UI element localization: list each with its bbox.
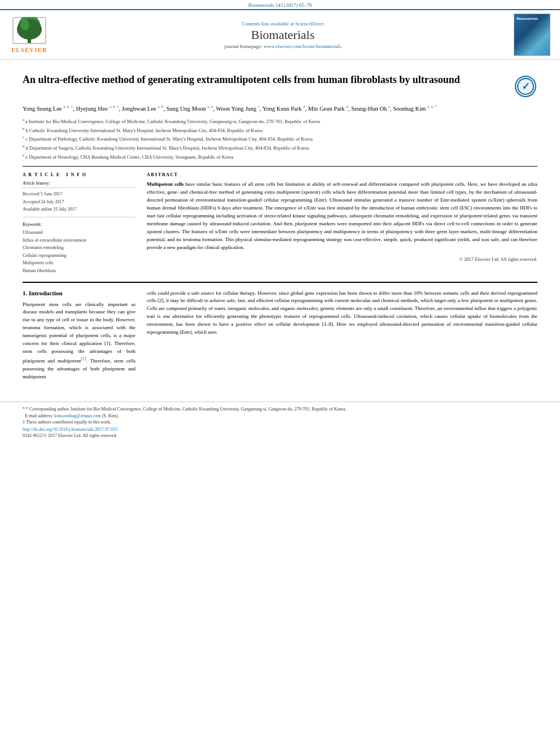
main-content: An ultra-effective method of generating … — [0, 60, 560, 392]
journal-homepage: journal homepage: www.elsevier.com/locat… — [58, 43, 508, 49]
keywords-label: Keywords: — [23, 222, 135, 227]
biomaterials-cover-image: Biomaterials — [514, 14, 550, 56]
keyword-6: Human fibroblasts — [23, 267, 135, 275]
journal-reference: Biomaterials 143 (2017) 65–78 — [0, 0, 560, 9]
keyword-4: Cellular reprogramming — [23, 252, 135, 260]
sciencedirect-link[interactable]: ScienceDirect — [295, 21, 323, 27]
svg-point-2 — [17, 19, 42, 40]
affiliation-e: e e Department of Neurology, CHA Bundang… — [23, 152, 537, 161]
corresponding-author-note: * * Corresponding author. Institute for … — [23, 407, 537, 412]
article-info-column: A R T I C L E I N F O Article history: R… — [23, 172, 135, 274]
sciencedirect-notice: Contents lists available at ScienceDirec… — [58, 21, 508, 27]
article-title-section: An ultra-effective method of generating … — [23, 73, 537, 98]
intro-paragraph-1: Pluripotent stem cells are clinically im… — [23, 301, 135, 381]
section-divider — [23, 282, 537, 283]
footnote-equal-contribution: 1 These authors contributed equally to t… — [23, 420, 537, 425]
affiliation-b: b b Catholic Kwandong University Interna… — [23, 126, 537, 134]
journal-thumbnail: Biomaterials — [514, 14, 553, 56]
elsevier-tree-icon — [12, 17, 46, 45]
keyword-1: Ultrasound — [23, 229, 135, 237]
accepted-date: Accepted 24 July 2017 — [23, 198, 135, 206]
copyright-notice: © 2017 Elsevier Ltd. All rights reserved… — [147, 256, 537, 262]
email-note: E-mail address: kimsoonhag@empas.com (S.… — [23, 413, 537, 418]
intro-body-text: cells could provide a safe source for ce… — [147, 290, 537, 337]
intro-body-col: cells could provide a safe source for ce… — [147, 290, 537, 386]
affiliation-d: d d Department of Surgery, Catholic Kwan… — [23, 143, 537, 152]
issn-copyright: 0142-9612/© 2017 Elsevier Ltd. All right… — [23, 433, 537, 438]
intro-para-left: Pluripotent stem cells are clinically im… — [23, 301, 135, 381]
intro-heading: 1. Introduction — [23, 290, 135, 296]
svg-point-3 — [20, 19, 29, 30]
doi-link[interactable]: http://dx.doi.org/10.1016/j.biomaterials… — [23, 427, 537, 432]
keyword-3: Chromatin remodeling — [23, 244, 135, 252]
homepage-link[interactable]: www.elsevier.com/locate/biomaterials — [264, 43, 341, 49]
crossmark-icon: ✓ — [515, 76, 536, 97]
intro-paragraph-2: cells could provide a safe source for ce… — [147, 290, 537, 337]
svg-text:✓: ✓ — [522, 81, 530, 92]
abstract-column: ABSTRACT Multipotent cells have similar … — [147, 172, 537, 274]
journal-center-info: Contents lists available at ScienceDirec… — [58, 21, 508, 49]
article-info-abstract-section: A R T I C L E I N F O Article history: R… — [23, 166, 537, 274]
page-footer: * * Corresponding author. Institute for … — [0, 401, 560, 443]
journal-header: ELSEVIER Contents lists available at Sci… — [0, 9, 560, 60]
available-date: Available online 25 July 2017 — [23, 206, 135, 213]
abstract-section-label: ABSTRACT — [147, 172, 537, 177]
article-info-section-label: A R T I C L E I N F O — [23, 172, 135, 177]
cover-label: Biomaterials — [517, 16, 538, 21]
abstract-text: Multipotent cells have similar basic fea… — [147, 181, 537, 251]
elsevier-wordmark: ELSEVIER — [11, 46, 47, 53]
keyword-2: Influx of extracellular environment — [23, 237, 135, 244]
affiliation-c: c c Department of Pathology, Catholic Kw… — [23, 134, 537, 143]
keywords-list: Ultrasound Influx of extracellular envir… — [23, 229, 135, 275]
article-history-label: Article history: — [23, 181, 135, 188]
elsevier-logo: ELSEVIER — [7, 17, 52, 53]
crossmark-logo[interactable]: ✓ — [515, 76, 537, 98]
affiliation-a: a a Institute for Bio-Medical Convergenc… — [23, 117, 537, 125]
received-date: Received 5 June 2017 — [23, 190, 135, 198]
affiliations: a a Institute for Bio-Medical Convergenc… — [23, 117, 537, 160]
email-link[interactable]: kimsoonhag@empas.com — [54, 413, 101, 418]
keyword-5: Multipotent cells — [23, 259, 135, 267]
journal-name: Biomaterials — [58, 28, 508, 42]
article-title: An ultra-effective method of generating … — [23, 73, 509, 86]
intro-full-section: 1. Introduction Pluripotent stem cells a… — [23, 290, 537, 386]
intro-section-heading-col: 1. Introduction Pluripotent stem cells a… — [23, 290, 135, 386]
article-dates: Received 5 June 2017 Accepted 24 July 20… — [23, 190, 135, 217]
authors: Yong Seung Lee a, b, 1, Hyejung Heo a, b… — [23, 104, 537, 113]
